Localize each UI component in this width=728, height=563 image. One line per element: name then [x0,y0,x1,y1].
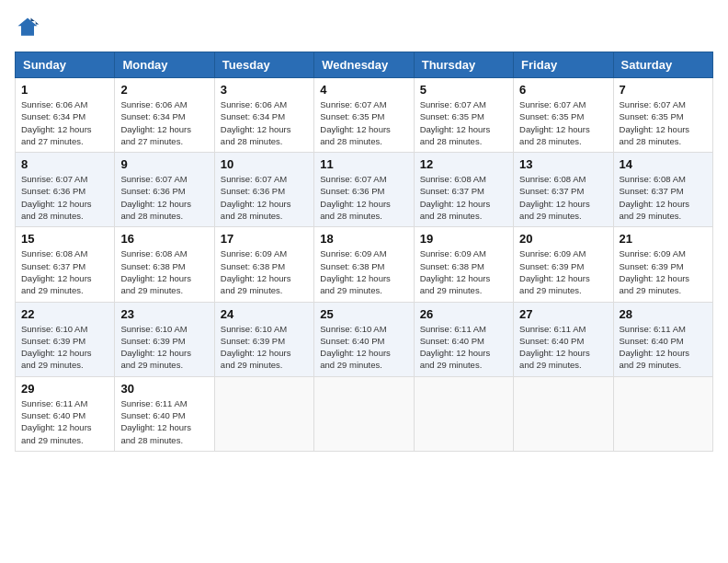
calendar-cell: 4Sunrise: 6:07 AMSunset: 6:35 PMDaylight… [314,78,414,153]
calendar-cell: 3Sunrise: 6:06 AMSunset: 6:34 PMDaylight… [214,78,313,153]
calendar-header-tuesday: Tuesday [214,52,313,78]
calendar-cell: 12Sunrise: 6:08 AMSunset: 6:37 PMDayligh… [414,153,513,227]
day-number: 15 [21,232,108,246]
calendar-cell: 28Sunrise: 6:11 AMSunset: 6:40 PMDayligh… [613,302,712,376]
day-detail: Sunrise: 6:06 AMSunset: 6:34 PMDaylight:… [120,98,208,147]
day-detail: Sunrise: 6:09 AMSunset: 6:38 PMDaylight:… [420,247,507,296]
day-detail: Sunrise: 6:07 AMSunset: 6:36 PMDaylight:… [21,173,108,222]
day-number: 25 [320,307,407,321]
page-header [15,15,713,40]
day-detail: Sunrise: 6:10 AMSunset: 6:39 PMDaylight:… [21,323,108,372]
day-number: 19 [420,232,507,246]
calendar-cell [613,376,712,451]
calendar-week-4: 22Sunrise: 6:10 AMSunset: 6:39 PMDayligh… [16,302,713,376]
day-detail: Sunrise: 6:09 AMSunset: 6:38 PMDaylight:… [221,247,308,296]
day-number: 6 [519,83,607,97]
calendar-cell: 18Sunrise: 6:09 AMSunset: 6:38 PMDayligh… [314,227,414,302]
day-number: 10 [221,157,308,171]
day-detail: Sunrise: 6:09 AMSunset: 6:39 PMDaylight:… [519,247,607,296]
calendar-cell: 13Sunrise: 6:08 AMSunset: 6:37 PMDayligh… [514,153,613,227]
calendar-cell: 21Sunrise: 6:09 AMSunset: 6:39 PMDayligh… [613,227,712,302]
day-number: 13 [519,157,607,171]
calendar-header-monday: Monday [115,52,214,78]
day-detail: Sunrise: 6:08 AMSunset: 6:38 PMDaylight:… [120,247,208,296]
day-number: 14 [620,157,707,171]
day-number: 27 [519,307,607,321]
day-number: 16 [120,232,208,246]
day-number: 5 [420,83,507,97]
calendar-cell: 17Sunrise: 6:09 AMSunset: 6:38 PMDayligh… [214,227,313,302]
day-number: 30 [120,382,208,396]
day-number: 17 [221,232,308,246]
calendar-cell: 19Sunrise: 6:09 AMSunset: 6:38 PMDayligh… [414,227,513,302]
day-detail: Sunrise: 6:07 AMSunset: 6:35 PMDaylight:… [620,98,707,147]
calendar-cell [314,376,414,451]
day-detail: Sunrise: 6:07 AMSunset: 6:35 PMDaylight:… [519,98,607,147]
calendar-cell: 20Sunrise: 6:09 AMSunset: 6:39 PMDayligh… [514,227,613,302]
day-detail: Sunrise: 6:07 AMSunset: 6:36 PMDaylight:… [320,173,407,222]
calendar-header-wednesday: Wednesday [314,52,414,78]
calendar-header-friday: Friday [514,52,613,78]
day-number: 2 [120,83,208,97]
day-number: 18 [320,232,407,246]
calendar-week-5: 29Sunrise: 6:11 AMSunset: 6:40 PMDayligh… [16,376,713,451]
calendar-cell: 10Sunrise: 6:07 AMSunset: 6:36 PMDayligh… [214,153,313,227]
day-number: 4 [320,83,407,97]
day-number: 3 [221,83,308,97]
calendar-header-saturday: Saturday [613,52,712,78]
day-number: 21 [620,232,707,246]
calendar-header-sunday: Sunday [16,52,115,78]
calendar-cell: 26Sunrise: 6:11 AMSunset: 6:40 PMDayligh… [414,302,513,376]
calendar-cell: 24Sunrise: 6:10 AMSunset: 6:39 PMDayligh… [214,302,313,376]
day-detail: Sunrise: 6:08 AMSunset: 6:37 PMDaylight:… [21,247,108,296]
day-detail: Sunrise: 6:07 AMSunset: 6:36 PMDaylight:… [120,173,208,222]
calendar-cell [514,376,613,451]
day-number: 24 [221,307,308,321]
calendar-header-row: SundayMondayTuesdayWednesdayThursdayFrid… [16,52,713,78]
day-detail: Sunrise: 6:11 AMSunset: 6:40 PMDaylight:… [21,397,108,446]
calendar-cell: 8Sunrise: 6:07 AMSunset: 6:36 PMDaylight… [16,153,115,227]
day-detail: Sunrise: 6:11 AMSunset: 6:40 PMDaylight:… [120,397,208,446]
day-detail: Sunrise: 6:11 AMSunset: 6:40 PMDaylight:… [620,323,707,372]
day-number: 7 [620,83,707,97]
day-detail: Sunrise: 6:07 AMSunset: 6:35 PMDaylight:… [420,98,507,147]
day-detail: Sunrise: 6:08 AMSunset: 6:37 PMDaylight:… [420,173,507,222]
day-detail: Sunrise: 6:06 AMSunset: 6:34 PMDaylight:… [21,98,108,147]
day-number: 26 [420,307,507,321]
calendar-cell: 7Sunrise: 6:07 AMSunset: 6:35 PMDaylight… [613,78,712,153]
logo-icon [15,15,40,40]
day-number: 11 [320,157,407,171]
day-number: 22 [21,307,108,321]
day-detail: Sunrise: 6:11 AMSunset: 6:40 PMDaylight:… [519,323,607,372]
day-detail: Sunrise: 6:10 AMSunset: 6:40 PMDaylight:… [320,323,407,372]
day-detail: Sunrise: 6:09 AMSunset: 6:39 PMDaylight:… [620,247,707,296]
calendar-cell: 11Sunrise: 6:07 AMSunset: 6:36 PMDayligh… [314,153,414,227]
day-number: 23 [120,307,208,321]
calendar-cell: 30Sunrise: 6:11 AMSunset: 6:40 PMDayligh… [115,376,214,451]
calendar-cell: 6Sunrise: 6:07 AMSunset: 6:35 PMDaylight… [514,78,613,153]
calendar-cell: 9Sunrise: 6:07 AMSunset: 6:36 PMDaylight… [115,153,214,227]
day-number: 28 [620,307,707,321]
day-detail: Sunrise: 6:11 AMSunset: 6:40 PMDaylight:… [420,323,507,372]
calendar-cell: 1Sunrise: 6:06 AMSunset: 6:34 PMDaylight… [16,78,115,153]
svg-marker-0 [18,18,38,36]
day-number: 8 [21,157,108,171]
calendar-cell: 15Sunrise: 6:08 AMSunset: 6:37 PMDayligh… [16,227,115,302]
day-number: 29 [21,382,108,396]
logo [15,15,44,40]
calendar-cell: 22Sunrise: 6:10 AMSunset: 6:39 PMDayligh… [16,302,115,376]
day-number: 20 [519,232,607,246]
calendar-table: SundayMondayTuesdayWednesdayThursdayFrid… [15,52,713,452]
calendar-week-2: 8Sunrise: 6:07 AMSunset: 6:36 PMDaylight… [16,153,713,227]
day-number: 1 [21,83,108,97]
day-detail: Sunrise: 6:07 AMSunset: 6:36 PMDaylight:… [221,173,308,222]
calendar-cell: 14Sunrise: 6:08 AMSunset: 6:37 PMDayligh… [613,153,712,227]
day-detail: Sunrise: 6:09 AMSunset: 6:38 PMDaylight:… [320,247,407,296]
calendar-cell: 5Sunrise: 6:07 AMSunset: 6:35 PMDaylight… [414,78,513,153]
calendar-cell: 27Sunrise: 6:11 AMSunset: 6:40 PMDayligh… [514,302,613,376]
calendar-header-thursday: Thursday [414,52,513,78]
calendar-cell: 16Sunrise: 6:08 AMSunset: 6:38 PMDayligh… [115,227,214,302]
day-number: 12 [420,157,507,171]
calendar-cell: 23Sunrise: 6:10 AMSunset: 6:39 PMDayligh… [115,302,214,376]
day-detail: Sunrise: 6:06 AMSunset: 6:34 PMDaylight:… [221,98,308,147]
